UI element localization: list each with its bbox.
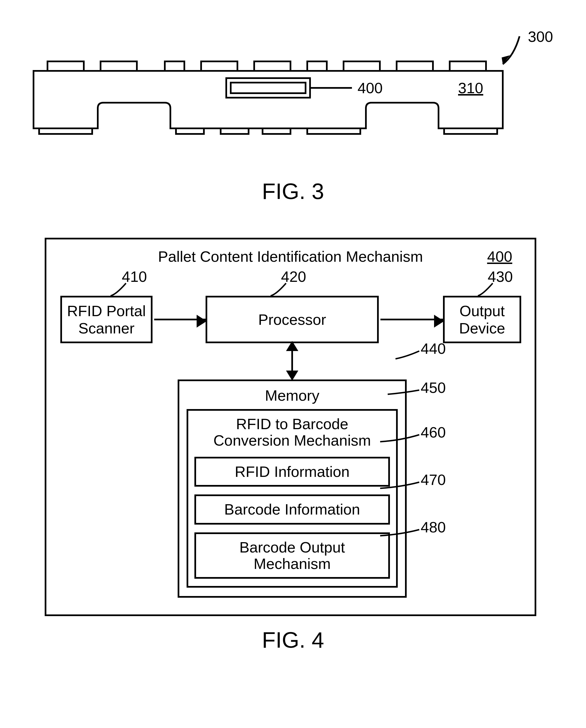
svg-rect-7: [397, 61, 433, 71]
memory-label: Memory: [187, 387, 398, 404]
conversion-box: RFID to Barcode Conversion Mechanism RFI…: [187, 409, 398, 588]
page: 300 400 310 FIG. 3 Pallet Content Identi…: [11, 28, 575, 653]
ref-400-text: 400: [358, 80, 383, 96]
svg-rect-1: [101, 61, 137, 71]
svg-rect-15: [226, 78, 310, 98]
svg-rect-12: [263, 128, 291, 134]
svg-rect-13: [307, 128, 360, 134]
rfid-info-label: RFID Information: [235, 463, 349, 480]
svg-rect-16: [231, 83, 306, 93]
barcode-info-label: Barcode Information: [224, 501, 360, 518]
svg-rect-9: [39, 128, 92, 134]
fig4-caption: FIG. 4: [11, 627, 575, 653]
barcode-output-box: Barcode Output Mechanism: [194, 532, 390, 579]
svg-rect-8: [450, 61, 486, 71]
mechanism-container: Pallet Content Identification Mechanism …: [45, 238, 536, 616]
conversion-label: RFID to Barcode Conversion Mechanism: [194, 416, 390, 449]
svg-rect-10: [176, 128, 204, 134]
memory-wrap: Memory RFID to Barcode Conversion Mechan…: [178, 380, 407, 598]
fig3-caption: FIG. 3: [11, 179, 575, 204]
memory-box: Memory RFID to Barcode Conversion Mechan…: [178, 380, 407, 598]
rfid-info-box: RFID Information: [194, 457, 390, 487]
svg-rect-5: [307, 61, 327, 71]
ref-310-text: 310: [458, 80, 483, 96]
barcode-output-label: Barcode Output Mechanism: [239, 539, 345, 572]
figure-3: 300 400 310: [11, 28, 570, 167]
svg-rect-2: [165, 61, 184, 71]
barcode-info-box: Barcode Information: [194, 494, 390, 524]
figure-4: Pallet Content Identification Mechanism …: [11, 238, 570, 616]
svg-rect-3: [201, 61, 238, 71]
svg-rect-11: [221, 128, 249, 134]
svg-rect-4: [254, 61, 291, 71]
ref-300-text: 300: [528, 28, 553, 45]
svg-rect-6: [344, 61, 380, 71]
pallet-drawing: 300 400 310: [11, 28, 570, 167]
svg-rect-14: [444, 128, 497, 134]
svg-rect-0: [48, 61, 84, 71]
